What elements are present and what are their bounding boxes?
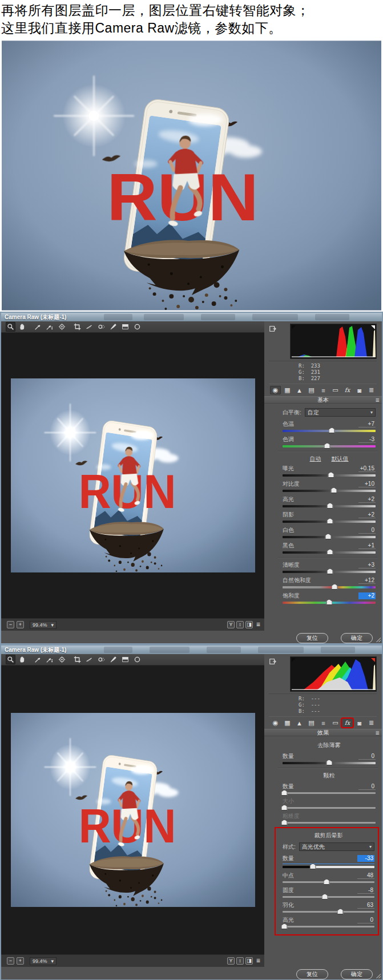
toggle-fullscreen-button[interactable] [269,325,277,334]
slider-thumb[interactable] [326,760,332,765]
slider-value-field[interactable]: 0 [358,783,376,790]
slider-track[interactable] [283,911,374,913]
slider-thumb[interactable] [327,518,333,524]
slider-thumb[interactable] [327,503,333,509]
split-preview-button[interactable]: ◨ [245,957,253,965]
reset-button[interactable]: 复位 [296,633,328,643]
slider-track[interactable] [283,551,376,554]
slider-track[interactable] [283,792,376,794]
slider-thumb[interactable] [281,790,288,796]
graduated-filter-tool-button[interactable] [120,322,130,332]
before-after-swap-button[interactable]: ↕ [236,957,244,965]
slider-thumb[interactable] [324,443,330,449]
slider-thumb[interactable] [327,549,333,555]
spot-removal-tool-button[interactable] [96,655,106,664]
highlight-clipping-icon[interactable] [371,658,375,662]
tab-basic[interactable]: ◉ [270,719,281,727]
hand-tool-button[interactable] [18,322,27,332]
zoom-out-button[interactable]: − [7,621,14,628]
spot-removal-tool-button[interactable] [96,322,106,332]
zoom-in-button[interactable]: + [17,621,24,628]
window-titlebar[interactable]: Camera Raw (未标题-1) [1,646,382,654]
tab-lens-corrections[interactable]: ▭ [330,719,341,727]
crop-tool-button[interactable] [72,322,82,332]
white-balance-tool-button[interactable] [33,322,43,332]
zoom-out-button[interactable]: − [7,957,14,965]
radial-filter-tool-button[interactable] [132,322,142,332]
preview-canvas[interactable] [1,666,264,954]
resize-grip[interactable] [376,638,381,642]
slider-value-field[interactable]: -8 [357,887,374,894]
slider-thumb[interactable] [327,568,333,574]
slider-value-field[interactable]: +12 [358,577,376,584]
ok-button[interactable]: 确定 [341,633,373,643]
preview-y-toggle-button[interactable]: Y [227,621,235,628]
slider-value-field[interactable]: +2 [358,496,376,503]
slider-value-field[interactable]: +1 [358,542,376,549]
color-sampler-tool-button[interactable] [45,655,55,664]
tab-split-toning[interactable]: ≡ [318,386,329,394]
slider-thumb[interactable] [337,909,344,914]
slider-value-field[interactable]: +3 [358,562,376,568]
adjustment-brush-tool-button[interactable] [108,655,118,664]
vignette-style-select[interactable]: 高光优先 ▾ [299,842,374,851]
tab-camera-calibration[interactable]: ◙ [354,386,365,394]
slider-thumb[interactable] [328,472,334,478]
targeted-adjustment-tool-button[interactable] [57,322,67,332]
tab-hsl-grayscale[interactable]: ▤ [306,386,317,394]
slider-value-field[interactable]: 0 [358,527,376,534]
slider-track[interactable] [283,926,374,927]
zoom-level-select[interactable]: 99.4% ▾ [30,957,57,965]
tab-presets[interactable]: ≣ [366,386,377,394]
slider-thumb[interactable] [281,923,288,929]
slider-value-field[interactable]: +7 [358,421,376,428]
slider-value-field[interactable]: -33 [357,855,374,862]
shadow-clipping-icon[interactable] [292,325,296,329]
slider-value-field[interactable]: 0 [358,753,376,760]
slider-track[interactable] [283,896,374,898]
slider-value-field[interactable]: +10 [358,481,376,487]
zoom-tool-button[interactable] [6,655,15,664]
tab-split-toning[interactable]: ≡ [318,719,329,727]
slider-track[interactable] [283,536,376,538]
tab-effects[interactable]: fx [342,719,353,727]
slider-track[interactable] [283,490,376,492]
slider-track[interactable] [283,866,374,868]
slider-thumb[interactable] [324,879,330,885]
zoom-tool-button[interactable] [6,322,15,332]
white-balance-select[interactable]: 自定 ▾ [305,408,376,417]
slider-thumb[interactable] [330,487,337,493]
toggle-fullscreen-button[interactable] [269,658,277,667]
tab-hsl-grayscale[interactable]: ▤ [306,719,317,727]
color-sampler-tool-button[interactable] [45,322,55,332]
radial-filter-tool-button[interactable] [132,655,142,664]
slider-thumb[interactable] [322,894,328,900]
reset-button[interactable]: 复位 [296,969,328,979]
slider-track[interactable] [283,762,376,764]
ok-button[interactable]: 确定 [341,969,373,979]
panel-menu-icon[interactable]: ≣ [375,397,380,403]
slider-value-field[interactable]: +0.15 [358,465,376,472]
adjustment-brush-tool-button[interactable] [108,322,118,332]
before-after-swap-button[interactable]: ↕ [236,621,244,628]
preview-canvas[interactable] [1,333,264,618]
slider-value-field[interactable]: -3 [358,436,376,443]
slider-track[interactable] [283,445,376,447]
slider-value-field[interactable]: +2 [358,592,376,599]
zoom-level-select[interactable]: 99.4% ▾ [30,621,57,629]
graduated-filter-tool-button[interactable] [120,655,130,664]
tab-detail[interactable]: ▲ [294,386,305,394]
slider-track[interactable] [283,474,376,477]
slider-thumb[interactable] [325,534,331,539]
slider-value-field[interactable]: 0 [357,917,374,923]
zoom-in-button[interactable]: + [17,957,24,965]
split-preview-button[interactable]: ◨ [245,621,253,628]
slider-track[interactable] [283,521,376,523]
highlight-clipping-icon[interactable] [371,325,375,329]
slider-track[interactable] [283,571,376,573]
slider-value-field[interactable]: 63 [357,902,374,909]
panel-menu-icon[interactable]: ≣ [375,730,380,736]
tab-basic[interactable]: ◉ [270,386,281,394]
default-link[interactable]: 默认值 [332,455,349,463]
auto-link[interactable]: 自动 [310,455,321,463]
